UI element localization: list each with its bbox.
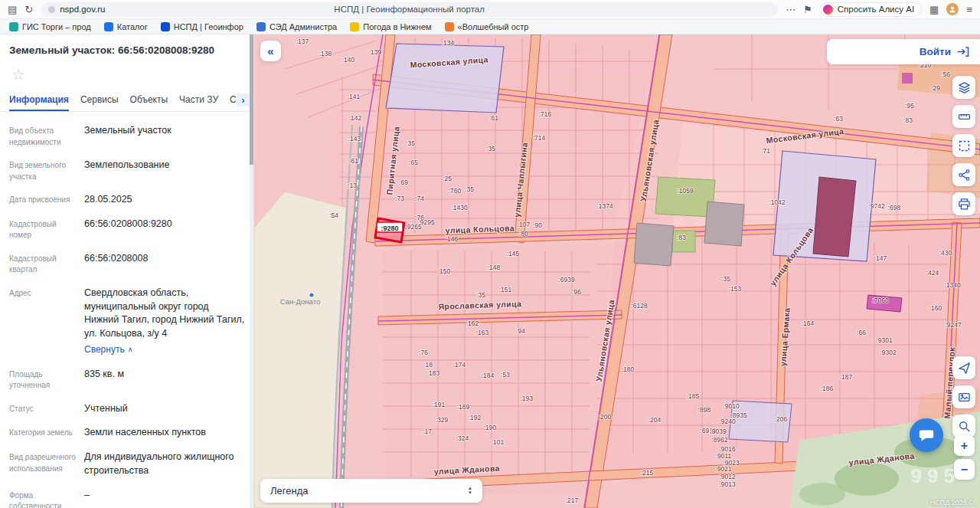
bookmark-favicon [256, 22, 266, 31]
field-value: Земельный участок [84, 124, 172, 148]
parcel-label: :193 [521, 395, 534, 402]
parcel-label: :9013 [719, 480, 736, 488]
bookmark-item[interactable]: Погода в Нижнем [350, 22, 431, 31]
parcel-label: :7060 [872, 297, 889, 304]
tabs-scroll-right-button[interactable]: › [237, 93, 250, 107]
collapse-address-link[interactable]: Свернуть∧ [84, 343, 132, 356]
share-icon [958, 169, 971, 182]
parcel-label: :74 [415, 195, 424, 202]
panel-tab-1[interactable]: Сервисы [80, 88, 119, 111]
parcel-label: :145 [507, 250, 520, 257]
sidebar-icon[interactable]: ▤ [8, 5, 17, 15]
print-icon [958, 198, 971, 211]
parcel-label: :716 [539, 110, 552, 118]
parcel-label: :190 [484, 424, 497, 431]
legend-label: Легенда [270, 485, 308, 497]
field-value: Для индивидуального жилищного строительс… [84, 451, 246, 478]
parcel-label: :162 [466, 320, 479, 327]
map-toolbar-bottom [952, 356, 975, 438]
parcel-label: :65 [409, 159, 418, 166]
parcel-label: :18 [423, 361, 433, 369]
parcel-label: :61 [349, 157, 358, 165]
parcel-label: :35 [476, 291, 485, 299]
chevron-down-icon: ▼ [468, 491, 472, 495]
menu-icon[interactable]: ≡ [966, 5, 972, 15]
parcel-label: :17 [423, 428, 432, 435]
parcel-label: :9039 [710, 428, 727, 435]
more-icon[interactable]: ⋯ [786, 5, 795, 15]
cadastral-map-canvas[interactable]: Сан-Донато Московская улицаМосковская ул… [254, 34, 980, 508]
alice-button[interactable]: Спросить Алису AI [820, 2, 922, 17]
legend-toggle-icon[interactable]: ▲ ▼ [468, 487, 472, 495]
print-button[interactable] [952, 192, 975, 215]
ruler-button[interactable] [952, 105, 975, 128]
layers-button[interactable] [952, 76, 975, 99]
refresh-icon[interactable]: ↻ [24, 5, 33, 15]
panel-tab-2[interactable]: Объекты [130, 88, 168, 111]
chevron-right-icon: › [242, 95, 245, 106]
panel-tab-0[interactable]: Информация [9, 88, 69, 111]
field-value: 66:56:0208008:9280 [84, 218, 172, 241]
locate-button[interactable] [952, 356, 975, 379]
zoom-in-button[interactable]: + [954, 435, 975, 456]
field-row: Дата присвоения28.05.2025 [9, 193, 246, 207]
field-value: Землепользование [84, 159, 169, 182]
bookmark-item[interactable]: Каталог [104, 22, 148, 31]
bookmark-item[interactable]: ГИС Торги – прод [9, 22, 91, 31]
area-button[interactable] [952, 134, 975, 157]
parcel-label: :83 [903, 116, 913, 124]
panel-scrollbar[interactable] [250, 34, 253, 508]
bookmark-item[interactable]: НСПД | Геоинфор [161, 22, 243, 31]
parcel-label: :142 [349, 114, 362, 122]
page-title: НСПД | Геоинформационный портал [132, 5, 686, 14]
field-value: 28.05.2025 [84, 193, 132, 207]
parcel-label: :215 [641, 469, 654, 477]
parcel-label: :35 [406, 139, 415, 147]
avatar[interactable] [946, 3, 959, 15]
parcel-label: :140 [342, 56, 355, 64]
bookmark-label: СЭД Администра [270, 22, 337, 31]
parcel-label: :1059 [677, 187, 694, 195]
parcel-label: :53 [501, 371, 510, 379]
map-toolbar-top [952, 76, 975, 215]
scrollbar-thumb[interactable] [250, 34, 253, 165]
bookmark-item[interactable]: СЭД Администра [256, 22, 337, 31]
legend-bar[interactable]: Легенда ▲ ▼ [260, 479, 482, 503]
bookmark-label: НСПД | Геоинфор [174, 22, 243, 31]
layers-icon [958, 81, 971, 94]
panorama-button[interactable] [952, 385, 975, 408]
field-label: Вид земельного участка [9, 159, 84, 182]
search-object-button[interactable] [952, 415, 975, 438]
bookmark-item[interactable]: «Волшебный остр [445, 22, 529, 31]
parcel-label: :150 [438, 267, 451, 275]
parcel-label: :206 [775, 415, 788, 423]
bookmark-favicon [350, 22, 359, 31]
share-button[interactable] [952, 163, 975, 186]
panel-tab-3[interactable]: Части ЗУ [179, 88, 218, 111]
favorite-star-icon[interactable]: ☆ [9, 65, 28, 84]
bookmark-label: «Волшебный остр [458, 22, 529, 31]
login-button[interactable]: Войти [827, 39, 980, 64]
field-label: Кадастровый номер [9, 218, 84, 241]
field-label: Форма собственности [9, 489, 84, 508]
chat-button[interactable] [910, 418, 943, 452]
parcel-label: :6128 [631, 302, 648, 310]
panel-collapse-button[interactable]: « [260, 41, 281, 61]
address-bar[interactable]: nspd.gov.ru НСПД | Геоинформационный пор… [41, 2, 778, 17]
parcel-label: :1340 [944, 281, 961, 289]
panel-fields: Вид объекта недвижимостиЗемельный участо… [0, 112, 253, 508]
bookmark-flag-icon[interactable]: ⚑ [803, 5, 812, 15]
parcel-label: :184 [482, 372, 495, 379]
parcel-label: :180 [622, 365, 635, 373]
parcel-label: :35 [721, 275, 730, 283]
panels-icon[interactable]: ▦ [929, 5, 939, 15]
parcel-label: :217 [566, 497, 579, 504]
parcel-label: :29 [931, 84, 940, 92]
parcel-label: :71 [761, 147, 770, 155]
parcel-label: :35 [465, 185, 474, 193]
parcel-label: :9302 [880, 349, 897, 356]
browser-toolbar: ▤ ↻ nspd.gov.ru НСПД | Геоинформационный… [0, 0, 980, 19]
field-row: Кадастровый номер66:56:0208008:9280 [9, 218, 246, 241]
field-value: 66:56:0208008 [84, 252, 148, 276]
parcel-label: :698 [888, 204, 901, 211]
